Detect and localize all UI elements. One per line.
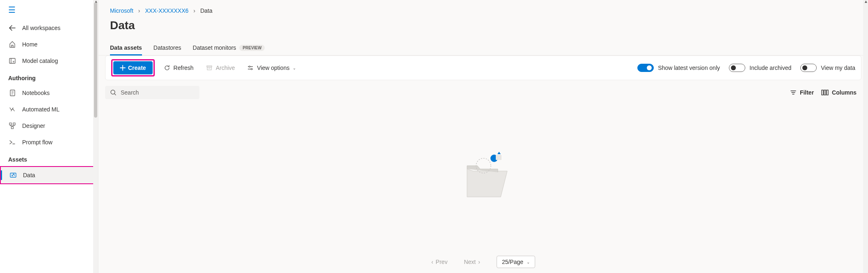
breadcrumb: Microsoft › XXX-XXXXXXX6 › Data: [98, 0, 868, 17]
search-box[interactable]: [105, 86, 199, 99]
create-label: Create: [128, 65, 146, 71]
automl-icon: [8, 105, 16, 113]
toggle-include-archived: Include archived: [729, 64, 791, 72]
designer-icon: [8, 122, 16, 130]
svg-rect-14: [827, 90, 828, 95]
toggle-label: Show latest version only: [658, 65, 720, 71]
arrow-left-icon: [8, 24, 16, 32]
filter-button[interactable]: Filter: [790, 89, 814, 96]
chevron-down-icon: ⌄: [293, 66, 296, 70]
columns-button[interactable]: Columns: [821, 89, 857, 96]
home-icon: [8, 40, 16, 49]
tab-label: Dataset monitors: [193, 44, 236, 51]
columns-icon: [821, 89, 829, 96]
main-scrollbar[interactable]: ▲: [863, 0, 868, 273]
sidebar-item-label: Designer: [22, 123, 45, 129]
create-button[interactable]: Create: [113, 61, 153, 74]
sidebar-item-designer[interactable]: Designer: [0, 118, 98, 134]
prev-button[interactable]: ‹ Prev: [431, 259, 447, 265]
tab-datastores[interactable]: Datastores: [153, 40, 181, 55]
chevron-left-icon: ‹: [431, 259, 433, 265]
svg-point-10: [251, 68, 252, 69]
prompt-flow-icon: [8, 138, 16, 146]
chevron-right-icon: ›: [478, 259, 480, 265]
empty-folder-icon: [455, 148, 512, 206]
sidebar-item-label: Notebooks: [22, 90, 50, 96]
svg-rect-5: [11, 127, 14, 129]
svg-point-9: [249, 66, 250, 67]
toolbar: Create Refresh Archive View options: [105, 56, 861, 80]
all-workspaces-label: All workspaces: [22, 25, 60, 31]
svg-point-1: [13, 61, 14, 62]
main-content: Microsoft › XXX-XXXXXXX6 › Data Data Dat…: [98, 0, 868, 273]
sidebar: ☰ All workspaces Home Model catalog Auth…: [0, 0, 98, 273]
tab-dataset-monitors[interactable]: Dataset monitors PREVIEW: [193, 40, 265, 55]
menu-toggle[interactable]: ☰: [0, 0, 98, 20]
toggle-latest-version: Show latest version only: [637, 64, 720, 72]
scroll-up-arrow-icon: ▲: [864, 0, 868, 4]
toggle-label: View my data: [821, 65, 855, 71]
hamburger-icon: ☰: [8, 5, 16, 14]
sidebar-item-automl[interactable]: Automated ML: [0, 101, 98, 118]
refresh-label: Refresh: [174, 65, 194, 71]
search-input[interactable]: [121, 89, 195, 96]
toggle-switch[interactable]: [637, 64, 654, 72]
tab-label: Datastores: [153, 44, 181, 51]
sidebar-item-home[interactable]: Home: [0, 36, 98, 53]
refresh-icon: [164, 65, 170, 71]
sidebar-section-assets: Assets: [0, 150, 98, 166]
pagination: ‹ Prev Next › 25/Page ⌄: [105, 251, 861, 273]
chevron-right-icon: ›: [193, 7, 195, 14]
svg-rect-13: [824, 90, 826, 95]
all-workspaces-button[interactable]: All workspaces: [0, 20, 98, 36]
svg-rect-6: [10, 173, 16, 177]
plus-icon: [120, 65, 126, 71]
sidebar-item-label: Model catalog: [22, 58, 58, 64]
notebook-icon: [8, 89, 16, 97]
sidebar-item-model-catalog[interactable]: Model catalog: [0, 53, 98, 69]
breadcrumb-link[interactable]: Microsoft: [110, 7, 133, 14]
svg-rect-17: [496, 155, 502, 160]
chevron-right-icon: ›: [138, 7, 140, 14]
toggle-switch[interactable]: [800, 64, 817, 72]
sidebar-item-label: Automated ML: [22, 106, 60, 113]
scrollbar-thumb[interactable]: [94, 2, 97, 118]
data-icon: [9, 171, 17, 179]
sidebar-item-prompt-flow[interactable]: Prompt flow: [0, 134, 98, 150]
svg-rect-3: [9, 123, 11, 125]
create-highlight: Create: [111, 59, 155, 76]
filter-label: Filter: [800, 89, 814, 96]
archive-icon: [206, 65, 213, 71]
sidebar-item-label: Data: [23, 172, 35, 178]
toggle-view-my-data: View my data: [800, 64, 855, 72]
archive-label: Archive: [216, 65, 235, 71]
toggle-label: Include archived: [749, 65, 791, 71]
tab-data-assets[interactable]: Data assets: [110, 40, 142, 55]
page-size-label: 25/Page: [502, 259, 523, 265]
sidebar-item-data[interactable]: Data: [0, 166, 98, 184]
empty-state: [105, 99, 861, 251]
page-size-select[interactable]: 25/Page ⌄: [497, 256, 535, 268]
preview-badge: PREVIEW: [239, 45, 265, 51]
sidebar-item-notebooks[interactable]: Notebooks: [0, 85, 98, 101]
next-button[interactable]: Next ›: [464, 259, 480, 265]
toggle-switch[interactable]: [729, 64, 745, 72]
chevron-down-icon: ⌄: [527, 260, 530, 264]
sidebar-section-authoring: Authoring: [0, 69, 98, 85]
view-options-button[interactable]: View options ⌄: [244, 62, 299, 74]
page-title: Data: [98, 17, 868, 40]
archive-button: Archive: [203, 62, 238, 74]
view-options-label: View options: [257, 65, 289, 71]
prev-label: Prev: [436, 259, 448, 265]
breadcrumb-current: Data: [200, 7, 213, 14]
refresh-button[interactable]: Refresh: [160, 62, 197, 74]
sidebar-item-label: Home: [22, 41, 37, 48]
sidebar-scrollbar[interactable]: ▲: [93, 0, 98, 273]
svg-rect-0: [9, 58, 15, 63]
breadcrumb-link[interactable]: XXX-XXXXXXX6: [145, 7, 188, 14]
svg-rect-4: [13, 123, 15, 125]
tabs: Data assets Datastores Dataset monitors …: [98, 40, 868, 56]
tab-label: Data assets: [110, 44, 142, 51]
columns-label: Columns: [832, 89, 857, 96]
sliders-icon: [247, 65, 254, 71]
